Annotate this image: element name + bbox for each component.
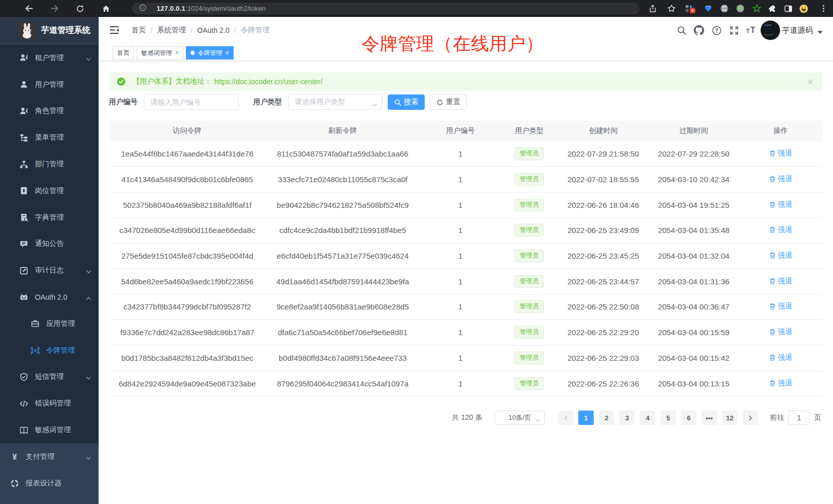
reset-button[interactable]: 重置 — [430, 94, 467, 110]
sidebar-item-post[interactable]: 岗位管理 — [0, 178, 99, 204]
extension-grid-icon[interactable]: 9 — [685, 3, 695, 13]
share-icon[interactable] — [648, 0, 657, 17]
next-page-button[interactable] — [743, 411, 758, 425]
created-time-cell: 2022-06-25 23:44:57 — [558, 268, 649, 294]
breadcrumb-system[interactable]: 系统管理 — [157, 26, 186, 35]
force-logout-button[interactable]: 强退 — [769, 277, 792, 286]
sidebar-item-oauth-token[interactable]: 令牌管理 — [0, 337, 99, 364]
sidebar-item-oauth-app[interactable]: 应用管理 — [0, 311, 99, 337]
svg-text:T: T — [750, 26, 755, 34]
bookmark-star-icon[interactable] — [667, 0, 676, 17]
created-time-cell: 2022-06-26 18:04:46 — [558, 192, 649, 218]
tab-敏感词管理[interactable]: 敏感词管理× — [137, 46, 183, 60]
page-button-1[interactable]: 1 — [578, 411, 594, 425]
sidebar-item-pay[interactable]: ¥支付管理 — [0, 443, 99, 470]
github-icon[interactable] — [690, 17, 708, 44]
force-logout-button[interactable]: 强退 — [769, 149, 792, 158]
sensitive-icon — [20, 426, 28, 435]
force-logout-button[interactable]: 强退 — [769, 327, 792, 337]
user-avatar[interactable] — [761, 21, 780, 40]
prev-page-button[interactable] — [558, 411, 573, 425]
green-star-extension-icon[interactable] — [752, 0, 761, 17]
record-extension-icon[interactable] — [735, 0, 745, 17]
browser-forward-icon[interactable] — [50, 4, 59, 13]
access-token-cell: 502375b8040a469a9b82188afdf6af1f — [109, 192, 266, 218]
extensions-puzzle-icon[interactable] — [768, 0, 777, 17]
page-button-12[interactable]: 12 — [722, 411, 737, 425]
goto-page-input[interactable] — [788, 411, 810, 425]
search-icon[interactable] — [673, 17, 690, 44]
user-id-cell: 1 — [420, 371, 501, 396]
page-button-2[interactable]: 2 — [599, 411, 614, 425]
refresh-token-cell: be90422b8c7946218275a508bf524fc9 — [266, 192, 420, 218]
sidebar-item-dict[interactable]: 字典管理 — [0, 204, 99, 231]
page-button-•••[interactable]: ••• — [702, 411, 717, 425]
sidebar-item-oauth2[interactable]: OAuth 2.0 — [0, 284, 99, 311]
tab-close-icon[interactable]: × — [175, 50, 179, 56]
access-token-cell: f9336e7c7dd242a283ee98dc86b17a87 — [109, 320, 266, 345]
tab-home[interactable]: 首页 — [112, 46, 134, 60]
command-extension-icon[interactable] — [720, 0, 729, 17]
force-logout-button[interactable]: 强退 — [769, 225, 792, 235]
page-button-3[interactable]: 3 — [619, 411, 635, 425]
help-icon[interactable]: ? — [708, 17, 725, 44]
page-button-6[interactable]: 6 — [681, 411, 696, 425]
user-id-input[interactable] — [144, 94, 239, 110]
user-name[interactable]: 芋道源码 — [782, 26, 813, 35]
browser-reload-icon[interactable] — [75, 4, 85, 13]
sidebar-item-tenant[interactable]: 租户管理 — [0, 45, 99, 71]
user-type-cell: 管理员 — [501, 192, 558, 218]
page-size-select[interactable]: 10条/页 — [495, 411, 545, 425]
browser-menu-icon[interactable] — [819, 0, 828, 17]
column-header: 操作 — [739, 121, 823, 141]
force-logout-button[interactable]: 强退 — [769, 175, 792, 184]
sidebar-item-menu[interactable]: 菜单管理 — [0, 124, 99, 151]
force-logout-button[interactable]: 强退 — [769, 353, 792, 362]
action-cell: 强退 — [739, 268, 823, 294]
browser-home-icon[interactable] — [101, 4, 110, 13]
chevron-down-icon — [86, 55, 91, 61]
split-view-icon[interactable] — [784, 0, 793, 17]
force-logout-button[interactable]: 强退 — [769, 200, 792, 209]
font-size-icon[interactable]: TT — [743, 17, 760, 44]
browser-back-icon[interactable] — [24, 4, 33, 13]
tab-close-icon[interactable]: × — [225, 50, 229, 56]
user-menu-caret-icon[interactable] — [818, 27, 823, 36]
column-header: 访问令牌 — [109, 121, 266, 141]
sidebar-item-sms[interactable]: 短信管理 — [0, 364, 99, 391]
sidebar-item-notice[interactable]: 通知公告 — [0, 231, 99, 258]
sidebar-item-role[interactable]: 角色管理 — [0, 98, 99, 125]
force-logout-button[interactable]: 强退 — [769, 302, 792, 311]
alert-close-icon[interactable]: ✕ — [807, 78, 813, 86]
page-button-5[interactable]: 5 — [660, 411, 676, 425]
sidebar-collapse-icon[interactable] — [109, 26, 119, 34]
force-logout-button[interactable]: 强退 — [769, 251, 792, 260]
address-bar[interactable]: 127.0.0.1:1024/system/oauth2/token — [132, 3, 639, 14]
tab-令牌管理[interactable]: 令牌管理× — [186, 46, 234, 60]
force-logout-button[interactable]: 强退 — [769, 379, 792, 388]
alert-doc-link[interactable]: https://doc.iocoder.cn/user-center/ — [214, 77, 323, 86]
sidebar-item-dept[interactable]: 部门管理 — [0, 151, 99, 178]
site-info-icon[interactable] — [139, 4, 146, 13]
pay-icon: ¥ — [10, 452, 19, 461]
breadcrumb-oauth[interactable]: OAuth 2.0 — [197, 26, 230, 34]
search-button[interactable]: 搜索 — [388, 94, 425, 110]
breadcrumb-home[interactable]: 首页 — [131, 26, 146, 35]
chevron-up-icon — [86, 295, 91, 300]
profile-avatar-emoji[interactable] — [799, 0, 808, 17]
oauth2-icon — [20, 293, 28, 302]
gem-extension-icon[interactable] — [704, 0, 713, 17]
app-logo[interactable]: 芋道管理系统 — [0, 17, 99, 44]
chevron-down-icon — [86, 454, 91, 459]
page-button-4[interactable]: 4 — [640, 411, 655, 425]
user-type-select[interactable]: 请选择用户类型 — [288, 94, 383, 110]
fullscreen-icon[interactable] — [725, 17, 743, 44]
sidebar-item-user[interactable]: 用户管理 — [0, 71, 99, 98]
sidebar-item-sensitive[interactable]: 敏感词管理 — [0, 417, 99, 443]
action-cell: 强退 — [739, 371, 823, 396]
sidebar-item-report[interactable]: 报表设计器 — [0, 470, 99, 497]
refresh-token-cell: b0df4980ffd34c67a08f9156e4eee733 — [266, 345, 420, 371]
user-type-badge: 管理员 — [515, 224, 544, 237]
sidebar-item-auditlog[interactable]: 审计日志 — [0, 257, 99, 284]
sidebar-item-errcode[interactable]: 错误码管理 — [0, 390, 99, 417]
